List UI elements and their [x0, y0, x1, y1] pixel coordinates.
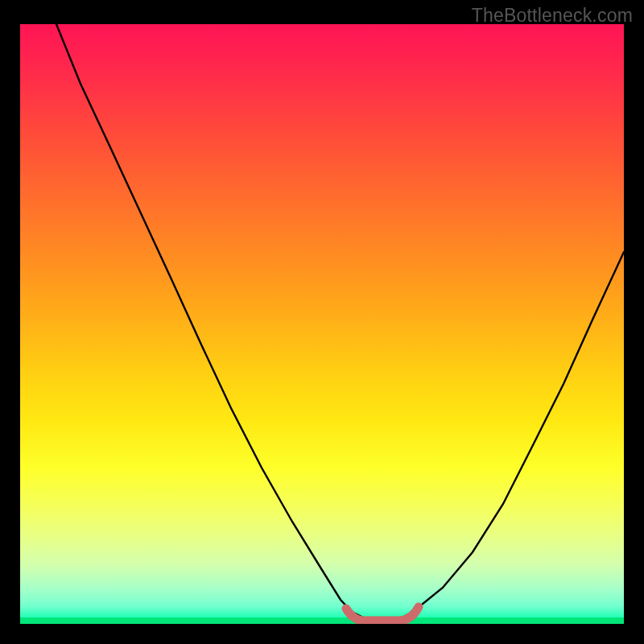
curve-path	[56, 24, 624, 618]
plot-area	[20, 24, 624, 624]
watermark-text: TheBottleneck.com	[472, 5, 633, 27]
chart-frame: TheBottleneck.com	[0, 0, 644, 644]
bottleneck-curve	[20, 24, 624, 624]
